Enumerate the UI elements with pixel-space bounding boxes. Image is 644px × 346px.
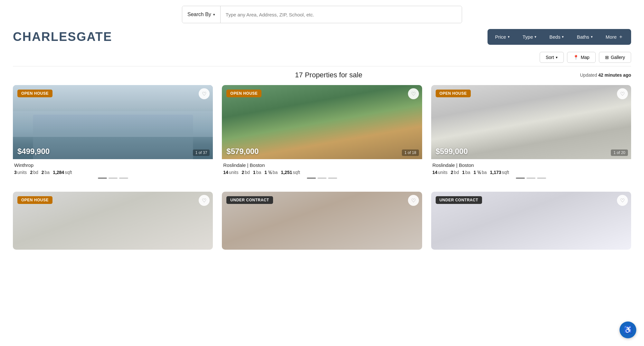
sort-label: Sort <box>546 55 554 60</box>
listing-image: UNDER CONTRACT ♡ <box>431 192 631 250</box>
favorite-button[interactable]: ♡ <box>408 88 419 99</box>
search-by-button[interactable]: Search By ▾ <box>182 6 221 23</box>
units-value: 3 <box>14 170 17 175</box>
listing-details: 14 units 2 bd 1 ba 1 ½ ba 1,251 sqft <box>223 170 421 175</box>
listing-price: $599,000 <box>436 147 468 156</box>
sqft-value: 1,251 <box>281 170 292 175</box>
beds-label: bd <box>33 170 38 175</box>
dot <box>328 178 337 179</box>
updated-time: 42 minutes ago <box>598 72 631 78</box>
updated-text: Updated 42 minutes ago <box>580 72 631 78</box>
listing-info: Roslindale | Boston 14 units 2 bd 1 ba 1… <box>431 159 631 183</box>
chevron-down-icon: ▾ <box>508 35 510 39</box>
map-label: Map <box>581 55 589 60</box>
gallery-label: Gallery <box>611 55 625 60</box>
half-baths-label: ba <box>273 170 278 175</box>
beds-label: bd <box>245 170 250 175</box>
filter-bar: Price ▾ Type ▾ Beds ▾ Baths ▾ More ＋ <box>488 29 631 45</box>
listing-image: OPEN HOUSE ♡ $579,000 1 of 18 <box>222 85 422 159</box>
listing-card[interactable]: OPEN HOUSE ♡ $599,000 1 of 20 Roslindale… <box>431 85 631 183</box>
dot <box>307 178 316 179</box>
chevron-down-icon: ▾ <box>213 13 215 17</box>
listing-info: Winthrop 3 units 2 bd 2 ba 1,284 sqft <box>13 159 213 183</box>
filter-more-button[interactable]: More ＋ <box>600 31 629 43</box>
search-row: Search By ▾ <box>13 6 631 23</box>
search-bar: Search By ▾ <box>182 6 462 23</box>
baths-label: ba <box>256 170 261 175</box>
baths-value: 1 <box>462 170 465 175</box>
dot <box>526 178 535 179</box>
dot <box>537 178 546 179</box>
page-header: Search By ▾ CHARLESGATE Price ▾ Type ▾ B… <box>0 0 644 49</box>
half-baths-value: 1 ½ <box>474 170 481 175</box>
filter-beds-button[interactable]: Beds ▾ <box>544 31 570 43</box>
open-house-badge: OPEN HOUSE <box>436 90 471 97</box>
baths-value: 1 <box>253 170 256 175</box>
sort-button[interactable]: Sort ▾ <box>540 52 564 63</box>
dot <box>119 178 128 179</box>
map-icon: 📍 <box>573 55 579 60</box>
listings-title: 17 Properties for sale <box>77 71 580 79</box>
listing-price: $499,900 <box>17 147 50 156</box>
listing-location: Roslindale | Boston <box>223 162 421 168</box>
listings-header: 17 Properties for sale Updated 42 minute… <box>13 66 631 85</box>
filter-type-label: Type <box>523 34 533 40</box>
logo: CHARLESGATE <box>13 30 112 44</box>
favorite-button[interactable]: ♡ <box>408 195 419 206</box>
gallery-icon: ⊞ <box>605 55 609 60</box>
listing-image: OPEN HOUSE ♡ $499,900 1 of 37 <box>13 85 213 159</box>
listing-image: UNDER CONTRACT ♡ <box>222 192 422 250</box>
listing-card[interactable]: OPEN HOUSE ♡ <box>13 192 213 250</box>
units-value: 14 <box>432 170 438 175</box>
filter-baths-label: Baths <box>577 34 589 40</box>
sqft-value: 1,284 <box>53 170 64 175</box>
listing-location: Winthrop <box>14 162 212 168</box>
chevron-down-icon: ▾ <box>535 35 536 39</box>
image-dots <box>14 178 212 179</box>
under-contract-badge: UNDER CONTRACT <box>226 196 273 204</box>
favorite-button[interactable]: ♡ <box>617 88 628 99</box>
favorite-button[interactable]: ♡ <box>617 195 628 206</box>
baths-value: 2 <box>42 170 44 175</box>
search-input[interactable] <box>221 6 462 23</box>
sqft-label: sqft <box>65 170 72 175</box>
listing-card[interactable]: UNDER CONTRACT ♡ <box>222 192 422 250</box>
sqft-label: sqft <box>293 170 300 175</box>
filter-type-button[interactable]: Type ▾ <box>517 31 543 43</box>
listing-image: OPEN HOUSE ♡ $599,000 1 of 20 <box>431 85 631 159</box>
under-contract-badge: UNDER CONTRACT <box>436 196 482 204</box>
listings-grid: OPEN HOUSE ♡ $499,900 1 of 37 Winthrop 3… <box>13 85 631 250</box>
chevron-down-icon: ▾ <box>556 55 558 60</box>
listing-location: Roslindale | Boston <box>432 162 630 168</box>
open-house-badge: OPEN HOUSE <box>17 90 52 97</box>
units-value: 14 <box>223 170 228 175</box>
gallery-view-button[interactable]: ⊞ Gallery <box>599 52 631 63</box>
filter-baths-button[interactable]: Baths ▾ <box>571 31 598 43</box>
listing-card[interactable]: OPEN HOUSE ♡ $579,000 1 of 18 Roslindale… <box>222 85 422 183</box>
updated-prefix: Updated <box>580 72 597 78</box>
nav-row: CHARLESGATE Price ▾ Type ▾ Beds ▾ Baths … <box>13 29 631 49</box>
listing-details: 14 units 2 bd 1 ba 1 ½ ba 1,173 sqft <box>432 170 630 175</box>
chevron-down-icon: ▾ <box>591 35 593 39</box>
filter-beds-label: Beds <box>549 34 560 40</box>
map-view-button[interactable]: 📍 Map <box>567 52 595 63</box>
listing-info: Roslindale | Boston 14 units 2 bd 1 ba 1… <box>222 159 422 183</box>
chevron-down-icon: ▾ <box>562 35 564 39</box>
listing-card[interactable]: UNDER CONTRACT ♡ <box>431 192 631 250</box>
filter-more-label: More <box>606 34 617 40</box>
listing-price: $579,000 <box>226 147 259 156</box>
listing-details: 3 units 2 bd 2 ba 1,284 sqft <box>14 170 212 175</box>
dot <box>317 178 327 179</box>
filter-price-button[interactable]: Price ▾ <box>489 31 516 43</box>
baths-label: ba <box>465 170 470 175</box>
plus-icon: ＋ <box>618 34 623 40</box>
search-by-label: Search By <box>187 12 211 17</box>
listing-card[interactable]: OPEN HOUSE ♡ $499,900 1 of 37 Winthrop 3… <box>13 85 213 183</box>
image-count: 1 of 37 <box>193 149 210 156</box>
open-house-badge: OPEN HOUSE <box>17 196 52 204</box>
listings-section: 17 Properties for sale Updated 42 minute… <box>0 66 644 250</box>
units-label: units <box>438 170 448 175</box>
image-dots <box>223 178 421 179</box>
image-count: 1 of 20 <box>611 149 628 156</box>
units-label: units <box>229 170 239 175</box>
